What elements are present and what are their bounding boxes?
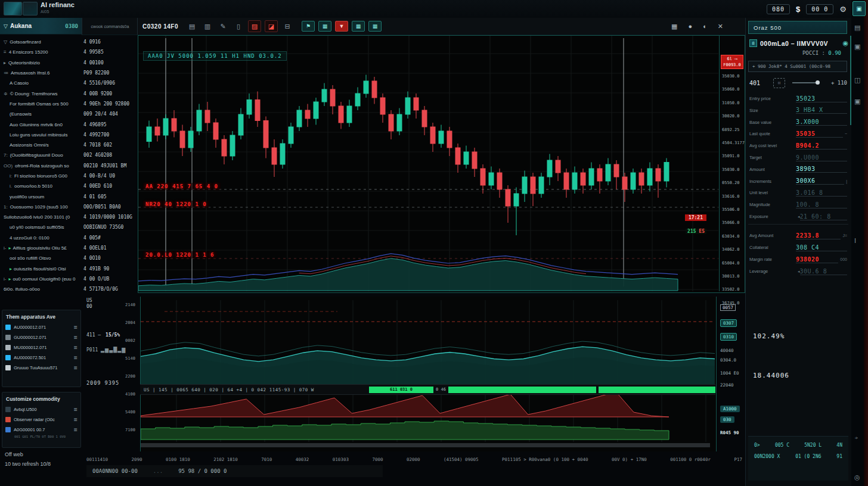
field-value[interactable]: 2233.8 xyxy=(796,232,841,239)
expand-icon[interactable]: ⍆ xyxy=(854,434,858,441)
tree-item[interactable]: Suliobzuoiio6 iviu0 200 3101 (0 xyxy=(0,212,82,222)
stop-icon[interactable]: ◪ xyxy=(265,20,278,32)
tree-item[interactable]: i-▸ou0 oomuui Oiuoigifn0 (euu 0 xyxy=(0,274,82,284)
tree-item[interactable]: i.oomuo/ioo.b 5010 xyxy=(0,181,82,191)
price-row[interactable]: 00210 49JU01 BM xyxy=(83,161,137,171)
order-field-row[interactable]: Base value3.X000 xyxy=(749,117,847,128)
price-row[interactable]: 4 00100 xyxy=(83,58,137,68)
info-icon[interactable]: ◉ xyxy=(842,39,848,47)
tree-item[interactable]: i:Fl sioziioo bioruoro5 G00 xyxy=(0,171,82,181)
watch-item[interactable]: MU0000012.071≣ xyxy=(2,342,80,353)
price-row[interactable]: 4 5717B/O/0G xyxy=(83,284,137,294)
order-field-row[interactable]: Amount38903 xyxy=(749,164,847,175)
price-row[interactable]: 4 496895 xyxy=(83,119,137,129)
gear-icon[interactable]: ⚙ xyxy=(839,5,847,14)
quantity-stepper-icon[interactable]: ⌗ xyxy=(773,78,785,88)
field-value[interactable]: 308 C4 xyxy=(796,244,847,251)
tree-item[interactable]: (Eunsowis xyxy=(0,109,82,119)
tree-item[interactable]: ≑© Doung: Tremifnorws xyxy=(0,88,82,98)
logo-thumbnail-2[interactable] xyxy=(23,2,38,15)
indicator-plot[interactable] xyxy=(141,297,715,450)
tree-item[interactable]: 4 uzzoGuii 0: 0100 xyxy=(0,233,82,243)
order-panel-header[interactable]: Oraz 500 xyxy=(748,21,847,34)
time-axis[interactable]: 0011141020900100 18102102 18107010400320… xyxy=(86,455,742,463)
collapse-icon[interactable]: ⊟ xyxy=(281,21,293,32)
item-menu-icon[interactable]: ≣ xyxy=(73,407,78,412)
draw-icon[interactable]: ✎ xyxy=(217,21,229,32)
dollar-icon[interactable]: $ xyxy=(796,5,800,14)
price-row[interactable]: 4 0OEL01 xyxy=(83,243,137,253)
target-icon[interactable]: ◎ xyxy=(854,473,860,481)
commodity-item[interactable]: Observer radar (O0c≣ xyxy=(2,415,80,425)
layout-icon[interactable]: ▤ xyxy=(186,21,198,32)
field-value[interactable]: 3.016 8 xyxy=(796,189,847,197)
quantity-max[interactable]: + 110 xyxy=(831,80,847,86)
grid-icon[interactable]: ▥ xyxy=(202,21,213,32)
watch-item[interactable]: GU0000012.071≣ xyxy=(2,332,80,342)
field-value[interactable]: B904.2 xyxy=(796,142,847,149)
minimize-icon[interactable]: ● xyxy=(688,23,692,30)
tree-item[interactable]: Auo Giiuninns mrtvik 6n0 xyxy=(0,119,82,129)
item-menu-icon[interactable]: ≣ xyxy=(73,427,78,432)
order-field-row[interactable]: Last quote35035~ xyxy=(749,128,847,139)
dock-icon[interactable]: ▣ xyxy=(854,98,860,105)
price-row[interactable]: 4 99585 xyxy=(83,47,137,57)
tree-item[interactable]: u0 y/i0 ooismsu0 suffi05is xyxy=(0,222,82,232)
price-row[interactable]: 002 4G0208 xyxy=(83,150,137,160)
toolbar-button-3[interactable]: ▼ xyxy=(335,21,348,32)
order-field-row[interactable]: Leverage◂30U.6 8 xyxy=(749,266,847,277)
toolbar-button-2[interactable]: ▦ xyxy=(318,21,331,32)
watch-item[interactable]: Gruuuo TuuAsuuu571≣ xyxy=(2,363,80,373)
panel-list-icon[interactable]: ▤ xyxy=(854,24,860,32)
price-row[interactable]: 4 00B 9200 xyxy=(83,88,137,98)
tree-item[interactable]: ≔Amusaxosh Ifnsl.6 xyxy=(0,68,82,78)
tree-item[interactable]: ▸ouiusziis fisouil/sisi0 Oisi xyxy=(0,264,82,274)
tree-item[interactable]: ooi s0o rufilifi Oisvo xyxy=(0,253,82,263)
tree-item[interactable]: ≡4 Ensiczors 15200 xyxy=(0,47,82,57)
order-field-row[interactable]: Unit level3.016 8 xyxy=(749,187,847,198)
order-field-row[interactable]: Avg Amount2233.8J= xyxy=(749,230,847,241)
price-row[interactable]: 4 0O10 xyxy=(83,253,137,263)
order-field-row[interactable]: Magnitude100. 8 xyxy=(749,199,847,210)
field-value[interactable]: 9.U000 xyxy=(796,154,847,161)
tray-count[interactable]: 080 xyxy=(767,4,790,14)
field-value[interactable]: 35035 xyxy=(796,130,843,138)
tree-item[interactable]: Loiu guns usvului mibinsuls xyxy=(0,130,82,140)
item-menu-icon[interactable]: ≣ xyxy=(73,365,78,370)
tree-item[interactable]: OO)ofroml-Roia suizoguuh so xyxy=(0,161,82,171)
item-menu-icon[interactable]: ≣ xyxy=(73,335,78,340)
price-row[interactable]: 4 0916 xyxy=(83,37,137,47)
tree-item[interactable]: yuoiifi0o ursoum xyxy=(0,191,82,201)
price-row[interactable]: OOBIGNUO 735G0 xyxy=(83,222,137,232)
order-field-row[interactable]: Size3 HB4 X xyxy=(749,105,847,116)
panel-box-icon[interactable]: ▣ xyxy=(854,43,860,51)
order-search-input[interactable]: + 900 Jok8* 4 Su0001 (00c0-98 xyxy=(748,61,847,72)
quantity-slider[interactable] xyxy=(792,82,819,83)
candlestick-plot[interactable] xyxy=(138,36,718,291)
price-axis[interactable]: 6l ⟶ F0093.0 35030.035060.031050.030020.… xyxy=(719,36,745,291)
field-value[interactable]: 300X6 xyxy=(796,177,844,185)
close-icon[interactable]: ✕ xyxy=(718,23,723,30)
commodity-item[interactable]: Avbql.U500≣ xyxy=(2,404,80,415)
order-field-row[interactable]: Entry price35023 xyxy=(749,93,847,104)
field-value[interactable]: 30U.6 8 xyxy=(800,268,847,275)
tray-balance[interactable]: 00 0 xyxy=(806,4,833,14)
logo-thumbnail-1[interactable] xyxy=(4,2,22,15)
price-row[interactable]: 4 005# xyxy=(83,233,137,243)
price-row[interactable]: 4 5516/0906 xyxy=(83,78,137,88)
price-row[interactable]: 4 01 605 xyxy=(83,191,137,201)
order-field-row[interactable]: Margin rate938020000 xyxy=(749,254,847,265)
item-menu-icon[interactable]: ≣ xyxy=(73,325,78,330)
item-menu-icon[interactable]: ≣ xyxy=(73,345,78,350)
field-value[interactable]: 35023 xyxy=(796,95,847,102)
price-row[interactable]: 4 1019/0000 1010G xyxy=(83,212,137,222)
watch-item[interactable]: AU0000072.501≣ xyxy=(2,353,80,363)
layout-grid-icon[interactable]: ▦ xyxy=(671,23,677,30)
price-row[interactable]: 4 7018 602 xyxy=(83,140,137,150)
column-icon[interactable]: ▯ xyxy=(232,21,244,32)
tree-item[interactable]: 1:Ouosuomo 1029 (suu5 100 xyxy=(0,202,82,212)
order-field-row[interactable]: Increments300X6| xyxy=(749,176,847,187)
order-field-row[interactable]: Collateral308 C4 xyxy=(749,242,847,253)
tree-item[interactable]: ▸Quteorisnibizio xyxy=(0,58,82,68)
price-row[interactable]: O0O/B051 B0A0 xyxy=(83,202,137,212)
